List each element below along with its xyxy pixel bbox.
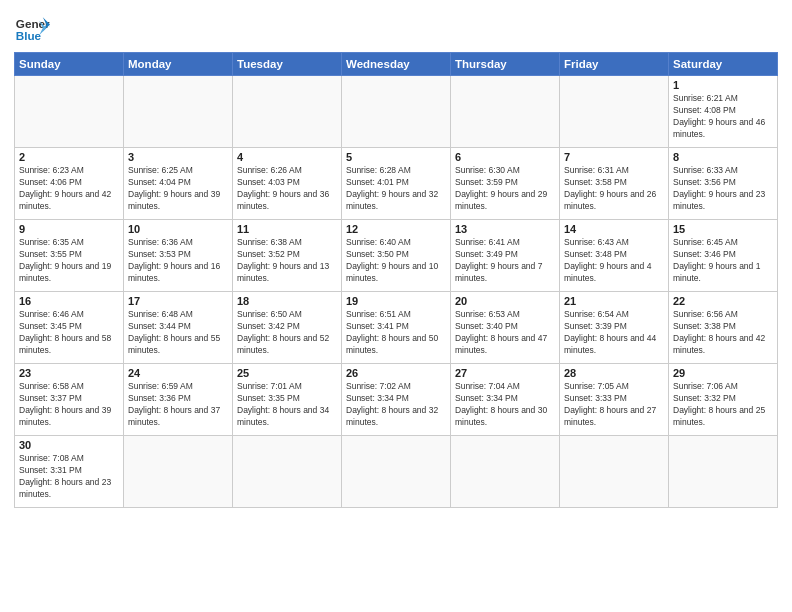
day-number: 17 bbox=[128, 295, 228, 307]
day-info: Sunrise: 6:58 AMSunset: 3:37 PMDaylight:… bbox=[19, 381, 119, 429]
calendar-cell bbox=[560, 76, 669, 148]
weekday-header-wednesday: Wednesday bbox=[342, 53, 451, 76]
day-number: 27 bbox=[455, 367, 555, 379]
calendar-cell: 23Sunrise: 6:58 AMSunset: 3:37 PMDayligh… bbox=[15, 364, 124, 436]
day-number: 29 bbox=[673, 367, 773, 379]
weekday-header-tuesday: Tuesday bbox=[233, 53, 342, 76]
calendar-cell bbox=[451, 436, 560, 508]
day-number: 8 bbox=[673, 151, 773, 163]
calendar-cell: 27Sunrise: 7:04 AMSunset: 3:34 PMDayligh… bbox=[451, 364, 560, 436]
calendar-cell: 17Sunrise: 6:48 AMSunset: 3:44 PMDayligh… bbox=[124, 292, 233, 364]
day-info: Sunrise: 6:30 AMSunset: 3:59 PMDaylight:… bbox=[455, 165, 555, 213]
calendar-cell: 12Sunrise: 6:40 AMSunset: 3:50 PMDayligh… bbox=[342, 220, 451, 292]
day-number: 5 bbox=[346, 151, 446, 163]
day-info: Sunrise: 7:08 AMSunset: 3:31 PMDaylight:… bbox=[19, 453, 119, 501]
day-info: Sunrise: 6:23 AMSunset: 4:06 PMDaylight:… bbox=[19, 165, 119, 213]
calendar-cell: 25Sunrise: 7:01 AMSunset: 3:35 PMDayligh… bbox=[233, 364, 342, 436]
header: General Blue bbox=[14, 10, 778, 46]
day-info: Sunrise: 6:45 AMSunset: 3:46 PMDaylight:… bbox=[673, 237, 773, 285]
calendar-cell: 16Sunrise: 6:46 AMSunset: 3:45 PMDayligh… bbox=[15, 292, 124, 364]
calendar-cell: 28Sunrise: 7:05 AMSunset: 3:33 PMDayligh… bbox=[560, 364, 669, 436]
calendar-cell: 1Sunrise: 6:21 AMSunset: 4:08 PMDaylight… bbox=[669, 76, 778, 148]
day-info: Sunrise: 6:46 AMSunset: 3:45 PMDaylight:… bbox=[19, 309, 119, 357]
day-info: Sunrise: 6:21 AMSunset: 4:08 PMDaylight:… bbox=[673, 93, 773, 141]
day-number: 3 bbox=[128, 151, 228, 163]
day-number: 25 bbox=[237, 367, 337, 379]
day-number: 10 bbox=[128, 223, 228, 235]
day-number: 15 bbox=[673, 223, 773, 235]
calendar-cell: 24Sunrise: 6:59 AMSunset: 3:36 PMDayligh… bbox=[124, 364, 233, 436]
calendar-cell: 20Sunrise: 6:53 AMSunset: 3:40 PMDayligh… bbox=[451, 292, 560, 364]
day-info: Sunrise: 7:04 AMSunset: 3:34 PMDaylight:… bbox=[455, 381, 555, 429]
calendar-table: SundayMondayTuesdayWednesdayThursdayFrid… bbox=[14, 52, 778, 508]
day-number: 18 bbox=[237, 295, 337, 307]
day-number: 4 bbox=[237, 151, 337, 163]
day-info: Sunrise: 6:40 AMSunset: 3:50 PMDaylight:… bbox=[346, 237, 446, 285]
svg-text:Blue: Blue bbox=[16, 29, 42, 42]
day-number: 14 bbox=[564, 223, 664, 235]
day-info: Sunrise: 6:25 AMSunset: 4:04 PMDaylight:… bbox=[128, 165, 228, 213]
day-info: Sunrise: 6:41 AMSunset: 3:49 PMDaylight:… bbox=[455, 237, 555, 285]
day-info: Sunrise: 7:02 AMSunset: 3:34 PMDaylight:… bbox=[346, 381, 446, 429]
calendar-cell bbox=[124, 436, 233, 508]
day-info: Sunrise: 6:51 AMSunset: 3:41 PMDaylight:… bbox=[346, 309, 446, 357]
day-number: 2 bbox=[19, 151, 119, 163]
day-number: 12 bbox=[346, 223, 446, 235]
weekday-header-sunday: Sunday bbox=[15, 53, 124, 76]
calendar-cell: 19Sunrise: 6:51 AMSunset: 3:41 PMDayligh… bbox=[342, 292, 451, 364]
logo: General Blue bbox=[14, 10, 50, 46]
calendar-cell: 3Sunrise: 6:25 AMSunset: 4:04 PMDaylight… bbox=[124, 148, 233, 220]
calendar-cell: 11Sunrise: 6:38 AMSunset: 3:52 PMDayligh… bbox=[233, 220, 342, 292]
calendar-week-1: 1Sunrise: 6:21 AMSunset: 4:08 PMDaylight… bbox=[15, 76, 778, 148]
calendar-cell: 15Sunrise: 6:45 AMSunset: 3:46 PMDayligh… bbox=[669, 220, 778, 292]
day-info: Sunrise: 7:01 AMSunset: 3:35 PMDaylight:… bbox=[237, 381, 337, 429]
day-info: Sunrise: 7:05 AMSunset: 3:33 PMDaylight:… bbox=[564, 381, 664, 429]
day-number: 21 bbox=[564, 295, 664, 307]
calendar-cell: 10Sunrise: 6:36 AMSunset: 3:53 PMDayligh… bbox=[124, 220, 233, 292]
calendar-cell: 21Sunrise: 6:54 AMSunset: 3:39 PMDayligh… bbox=[560, 292, 669, 364]
logo-icon: General Blue bbox=[14, 10, 50, 46]
day-number: 9 bbox=[19, 223, 119, 235]
day-info: Sunrise: 6:33 AMSunset: 3:56 PMDaylight:… bbox=[673, 165, 773, 213]
calendar-cell: 13Sunrise: 6:41 AMSunset: 3:49 PMDayligh… bbox=[451, 220, 560, 292]
calendar-cell: 4Sunrise: 6:26 AMSunset: 4:03 PMDaylight… bbox=[233, 148, 342, 220]
calendar-week-4: 16Sunrise: 6:46 AMSunset: 3:45 PMDayligh… bbox=[15, 292, 778, 364]
calendar-cell: 29Sunrise: 7:06 AMSunset: 3:32 PMDayligh… bbox=[669, 364, 778, 436]
day-number: 7 bbox=[564, 151, 664, 163]
calendar-cell: 30Sunrise: 7:08 AMSunset: 3:31 PMDayligh… bbox=[15, 436, 124, 508]
day-number: 16 bbox=[19, 295, 119, 307]
weekday-header-row: SundayMondayTuesdayWednesdayThursdayFrid… bbox=[15, 53, 778, 76]
day-info: Sunrise: 6:35 AMSunset: 3:55 PMDaylight:… bbox=[19, 237, 119, 285]
weekday-header-monday: Monday bbox=[124, 53, 233, 76]
day-number: 24 bbox=[128, 367, 228, 379]
calendar-cell: 9Sunrise: 6:35 AMSunset: 3:55 PMDaylight… bbox=[15, 220, 124, 292]
day-number: 11 bbox=[237, 223, 337, 235]
calendar-cell: 18Sunrise: 6:50 AMSunset: 3:42 PMDayligh… bbox=[233, 292, 342, 364]
day-number: 20 bbox=[455, 295, 555, 307]
day-info: Sunrise: 6:26 AMSunset: 4:03 PMDaylight:… bbox=[237, 165, 337, 213]
calendar-cell: 8Sunrise: 6:33 AMSunset: 3:56 PMDaylight… bbox=[669, 148, 778, 220]
calendar-cell: 2Sunrise: 6:23 AMSunset: 4:06 PMDaylight… bbox=[15, 148, 124, 220]
weekday-header-saturday: Saturday bbox=[669, 53, 778, 76]
calendar-week-6: 30Sunrise: 7:08 AMSunset: 3:31 PMDayligh… bbox=[15, 436, 778, 508]
day-info: Sunrise: 6:59 AMSunset: 3:36 PMDaylight:… bbox=[128, 381, 228, 429]
calendar-cell bbox=[15, 76, 124, 148]
day-info: Sunrise: 6:36 AMSunset: 3:53 PMDaylight:… bbox=[128, 237, 228, 285]
calendar-cell: 14Sunrise: 6:43 AMSunset: 3:48 PMDayligh… bbox=[560, 220, 669, 292]
calendar-week-2: 2Sunrise: 6:23 AMSunset: 4:06 PMDaylight… bbox=[15, 148, 778, 220]
calendar-cell: 26Sunrise: 7:02 AMSunset: 3:34 PMDayligh… bbox=[342, 364, 451, 436]
page: General Blue SundayMondayTuesdayWednesda… bbox=[0, 0, 792, 612]
day-number: 28 bbox=[564, 367, 664, 379]
calendar-week-3: 9Sunrise: 6:35 AMSunset: 3:55 PMDaylight… bbox=[15, 220, 778, 292]
day-info: Sunrise: 6:54 AMSunset: 3:39 PMDaylight:… bbox=[564, 309, 664, 357]
day-number: 23 bbox=[19, 367, 119, 379]
day-info: Sunrise: 6:38 AMSunset: 3:52 PMDaylight:… bbox=[237, 237, 337, 285]
day-info: Sunrise: 6:56 AMSunset: 3:38 PMDaylight:… bbox=[673, 309, 773, 357]
calendar-cell: 6Sunrise: 6:30 AMSunset: 3:59 PMDaylight… bbox=[451, 148, 560, 220]
day-number: 30 bbox=[19, 439, 119, 451]
day-info: Sunrise: 6:48 AMSunset: 3:44 PMDaylight:… bbox=[128, 309, 228, 357]
day-info: Sunrise: 6:31 AMSunset: 3:58 PMDaylight:… bbox=[564, 165, 664, 213]
calendar-cell: 7Sunrise: 6:31 AMSunset: 3:58 PMDaylight… bbox=[560, 148, 669, 220]
calendar-cell bbox=[233, 436, 342, 508]
calendar-cell bbox=[560, 436, 669, 508]
